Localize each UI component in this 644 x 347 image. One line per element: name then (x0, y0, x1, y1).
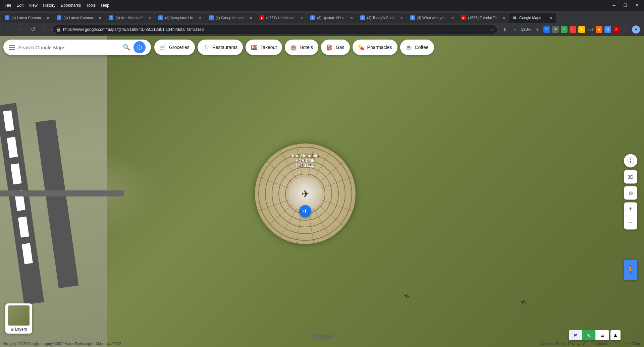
chip-restaurants-label: Restaurants (212, 45, 237, 50)
footer-terms[interactable]: Terms (555, 342, 566, 346)
chip-groceries-label: Groceries (169, 45, 190, 50)
menu-help[interactable]: Help (99, 2, 111, 8)
tab-close-2[interactable]: ✕ (98, 15, 102, 20)
hamburger-menu[interactable] (9, 45, 15, 50)
runway-secondary (35, 119, 78, 288)
chip-coffee[interactable]: ☕ Coffee (400, 40, 434, 55)
chip-hotels[interactable]: 🏨 Hotels (285, 40, 318, 55)
runway-marking-6 (22, 243, 33, 264)
extension-hls[interactable]: HLS (587, 26, 594, 33)
extension-2[interactable]: 🔴 (570, 26, 576, 33)
chip-coffee-label: Coffee (415, 45, 429, 50)
map-type-terrain[interactable]: ⛰ (596, 330, 609, 340)
3d-button[interactable]: 3D (624, 170, 637, 183)
menu-edit[interactable]: Edit (14, 2, 25, 8)
zoom-in-button[interactable]: + (624, 202, 637, 216)
map-type-controls: 🗺 🛰 ⛰ ▲ (569, 330, 621, 340)
layers-card[interactable]: ⊞ Layers (5, 303, 32, 334)
footer-region[interactable]: Austria (541, 342, 553, 346)
extension-5[interactable]: G (604, 26, 611, 33)
map-type-satellite[interactable]: 🛰 (582, 330, 596, 340)
tab-11-maps[interactable]: 🗺️ Google Maps ✕ (509, 13, 556, 23)
map-type-default[interactable]: 🗺 (569, 330, 582, 340)
tab-1[interactable]: f (4) Latest Commu... ✕ (1, 13, 53, 23)
menu-history[interactable]: History (41, 2, 57, 8)
street-view-icon[interactable]: 🚶 (624, 260, 637, 280)
location-icon: ◎ (629, 190, 633, 195)
chip-pharmacies[interactable]: 💊 Pharmacies (353, 40, 397, 55)
address-bar: ← → ↺ ⌂ 🔒 https://www.google.com/maps/@4… (0, 23, 644, 36)
reload-button[interactable]: ↺ (28, 25, 38, 34)
vor-pin[interactable]: ✈ (299, 205, 311, 217)
tab-close-9[interactable]: ✕ (450, 15, 454, 20)
tab-4[interactable]: f (4) Aeroplane He... ✕ (155, 13, 205, 23)
extension-4[interactable]: ● (596, 26, 602, 33)
extension-puzzle[interactable]: 🧩 (552, 26, 559, 33)
extension-shield[interactable]: 🛡 (543, 26, 550, 33)
compass-button[interactable] (624, 154, 637, 167)
minimize-button[interactable]: ─ (610, 2, 618, 8)
map-expand-button[interactable]: ▲ (610, 330, 621, 340)
more-options-icon[interactable]: ⋮ (622, 25, 630, 34)
bookmark-icon[interactable]: ☆ (490, 27, 494, 32)
menu-bookmarks[interactable]: Bookmarks (59, 2, 83, 8)
zoom-plus-icon[interactable]: + (533, 25, 541, 34)
tab-close-1[interactable]: ✕ (46, 15, 50, 20)
tab-title-6: (4537) Unreliable... (266, 16, 298, 20)
extension-3[interactable]: ★ (578, 26, 585, 33)
chip-groceries[interactable]: 🛒 Groceries (154, 40, 195, 55)
menu-file[interactable]: File (3, 2, 13, 8)
directions-button[interactable]: ⬡ (133, 41, 146, 53)
tab-2[interactable]: f (4) Latest Commu... ✕ (53, 13, 105, 23)
search-input[interactable] (18, 45, 119, 50)
zoom-level: 130% (521, 27, 531, 32)
tab-title-11: Google Maps (519, 16, 547, 20)
extension-1[interactable]: ✓ (561, 26, 568, 33)
scale-text: 20 m (632, 342, 640, 346)
tab-3[interactable]: f (4) Are Microsoft... ✕ (105, 13, 155, 23)
back-button[interactable]: ← (4, 25, 13, 34)
tab-favicon-4: f (158, 15, 163, 20)
chip-gas[interactable]: ⛽ Gas (321, 40, 350, 55)
tab-8[interactable]: f (4) Today's Chall... ✕ (357, 13, 407, 23)
maximize-button[interactable]: ❐ (621, 2, 630, 8)
menu-tools[interactable]: Tools (84, 2, 98, 8)
search-box[interactable]: 🔍 ⬡ (3, 40, 151, 55)
tab-10[interactable]: ▶ (4537) Tutorial Ta... ✕ (458, 13, 509, 23)
home-button[interactable]: ⌂ (40, 25, 50, 34)
tab-6[interactable]: ▶ (4537) Unreliable... ✕ (256, 13, 307, 23)
tab-close-4[interactable]: ✕ (198, 15, 202, 20)
street-view-control[interactable]: 🚶 (624, 260, 637, 280)
forward-button[interactable]: → (16, 25, 25, 34)
tab-7[interactable]: f (4) Upstate NY a... ✕ (307, 13, 357, 23)
takeout-icon: 🍱 (251, 44, 258, 51)
tab-close-8[interactable]: ✕ (399, 15, 404, 20)
map-view[interactable]: ✈ Iron Mountain VOR-DME IMT 111.2 ✈ ✈ ✈ (0, 36, 644, 347)
tab-close-11[interactable]: ✕ (549, 15, 553, 20)
menu-view[interactable]: View (27, 2, 40, 8)
zoom-minus-icon[interactable]: − (511, 25, 519, 34)
footer-privacy[interactable]: Privacy (568, 342, 580, 346)
tab-close-3[interactable]: ✕ (148, 15, 152, 20)
zoom-controls: + − (624, 202, 637, 229)
tab-close-6[interactable]: ✕ (300, 15, 304, 20)
tab-9[interactable]: f (4) What was you... ✕ (407, 13, 458, 23)
tab-close-10[interactable]: ✕ (502, 15, 506, 20)
footer-feedback[interactable]: Send feedback (583, 342, 607, 346)
my-location-button[interactable]: ◎ (624, 186, 637, 199)
profile-avatar[interactable]: A (632, 25, 640, 34)
tab-favicon-7: f (310, 15, 315, 20)
close-button[interactable]: ✕ (633, 2, 641, 8)
search-icon[interactable]: 🔍 (123, 44, 130, 51)
download-icon[interactable]: ⬇ (501, 25, 509, 34)
zoom-out-button[interactable]: − (624, 216, 637, 229)
tab-close-7[interactable]: ✕ (350, 15, 354, 20)
extension-red[interactable]: R (613, 26, 620, 33)
url-bar[interactable]: 🔒 https://www.google.com/maps/@45.816084… (52, 25, 498, 34)
tab-5[interactable]: f (4) Group for sha... ✕ (206, 13, 256, 23)
tab-close-5[interactable]: ✕ (249, 15, 253, 20)
layers-button[interactable]: ⊞ Layers (5, 303, 32, 334)
chip-restaurants[interactable]: 🍴 Restaurants (198, 40, 243, 55)
chip-takeout[interactable]: 🍱 Takeout (246, 40, 282, 55)
category-chips: 🛒 Groceries 🍴 Restaurants 🍱 Takeout 🏨 Ho… (154, 40, 434, 55)
